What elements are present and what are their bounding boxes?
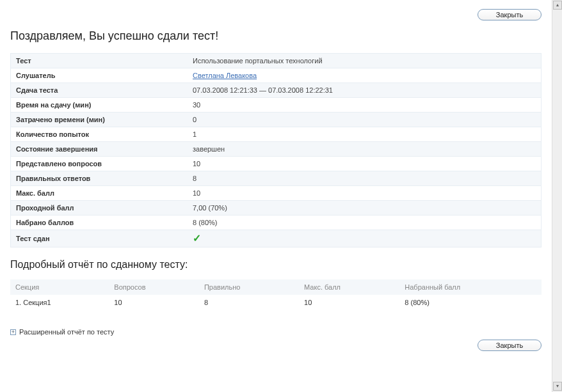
info-row-scored: Набрано баллов 8 (80%) <box>11 216 542 230</box>
expand-label[interactable]: Расширенный отчёт по тесту <box>19 328 114 336</box>
info-label: Макс. балл <box>11 186 188 201</box>
test-info-table: Тест Использование портальных технологий… <box>10 53 542 247</box>
info-row-passed: Тест сдан ✓ <box>11 230 542 247</box>
info-label: Набрано баллов <box>11 216 188 230</box>
scrollbar[interactable]: ▴ ▾ <box>552 0 562 392</box>
detail-table: Секция Вопросов Правильно Макс. балл Наб… <box>10 279 542 310</box>
info-row-submission: Сдача теста 07.03.2008 12:21:33 — 07.03.… <box>11 83 542 98</box>
info-label: Сдача теста <box>11 83 188 98</box>
top-button-row: Закрыть <box>10 9 542 20</box>
cell-questions: 10 <box>109 295 199 310</box>
page-title: Поздравляем, Вы успешно сдали тест! <box>10 29 542 43</box>
cell-section: 1. Секция1 <box>10 295 109 310</box>
info-row-time-limit: Время на сдачу (мин) 30 <box>11 98 542 113</box>
cell-correct: 8 <box>199 295 299 310</box>
info-label: Правильных ответов <box>11 171 188 186</box>
check-icon: ✓ <box>193 233 201 244</box>
info-value: ✓ <box>188 230 542 247</box>
info-label: Тест сдан <box>11 230 188 247</box>
table-row: 1. Секция1 10 8 10 8 (80%) <box>10 295 542 310</box>
info-value: 10 <box>188 186 542 201</box>
close-button-bottom[interactable]: Закрыть <box>478 340 542 351</box>
info-label: Слушатель <box>11 68 188 83</box>
info-label: Представлено вопросов <box>11 157 188 171</box>
info-row-max-score: Макс. балл 10 <box>11 186 542 201</box>
info-row-completion: Состояние завершения завершен <box>11 142 542 157</box>
col-correct: Правильно <box>199 279 299 295</box>
close-button-top[interactable]: Закрыть <box>478 9 542 20</box>
info-label: Затрачено времени (мин) <box>11 113 188 127</box>
info-value: Светлана Левакова <box>188 68 542 83</box>
expand-row: + Расширенный отчёт по тесту <box>10 328 542 336</box>
scroll-up-icon[interactable]: ▴ <box>553 1 562 10</box>
info-value: 8 <box>188 171 542 186</box>
info-value: 7,00 (70%) <box>188 201 542 216</box>
info-value: 0 <box>188 113 542 127</box>
info-value: завершен <box>188 142 542 157</box>
info-row-correct: Правильных ответов 8 <box>11 171 542 186</box>
listener-link[interactable]: Светлана Левакова <box>193 72 257 79</box>
bottom-button-row: Закрыть <box>10 340 542 351</box>
info-value: 1 <box>188 127 542 142</box>
info-label: Время на сдачу (мин) <box>11 98 188 113</box>
scroll-down-icon[interactable]: ▾ <box>553 382 562 391</box>
cell-max: 10 <box>299 295 399 310</box>
info-row-listener: Слушатель Светлана Левакова <box>11 68 542 83</box>
info-label: Проходной балл <box>11 201 188 216</box>
info-value: 10 <box>188 157 542 171</box>
test-result-page: Закрыть Поздравляем, Вы успешно сдали те… <box>4 3 548 392</box>
info-label: Количество попыток <box>11 127 188 142</box>
col-max: Макс. балл <box>299 279 399 295</box>
info-value: 30 <box>188 98 542 113</box>
info-label: Тест <box>11 54 188 68</box>
col-section: Секция <box>10 279 109 295</box>
info-row-time-spent: Затрачено времени (мин) 0 <box>11 113 542 127</box>
info-row-questions: Представлено вопросов 10 <box>11 157 542 171</box>
col-scored: Набранный балл <box>399 279 542 295</box>
cell-scored: 8 (80%) <box>399 295 542 310</box>
info-row-passing: Проходной балл 7,00 (70%) <box>11 201 542 216</box>
info-row-attempts: Количество попыток 1 <box>11 127 542 142</box>
col-questions: Вопросов <box>109 279 199 295</box>
info-value: 8 (80%) <box>188 216 542 230</box>
info-label: Состояние завершения <box>11 142 188 157</box>
detail-title: Подробный отчёт по сданному тесту: <box>10 259 542 270</box>
info-value: Использование портальных технологий <box>188 54 542 68</box>
expand-icon[interactable]: + <box>10 329 16 335</box>
info-row-test: Тест Использование портальных технологий <box>11 54 542 68</box>
info-value: 07.03.2008 12:21:33 — 07.03.2008 12:22:3… <box>188 83 542 98</box>
